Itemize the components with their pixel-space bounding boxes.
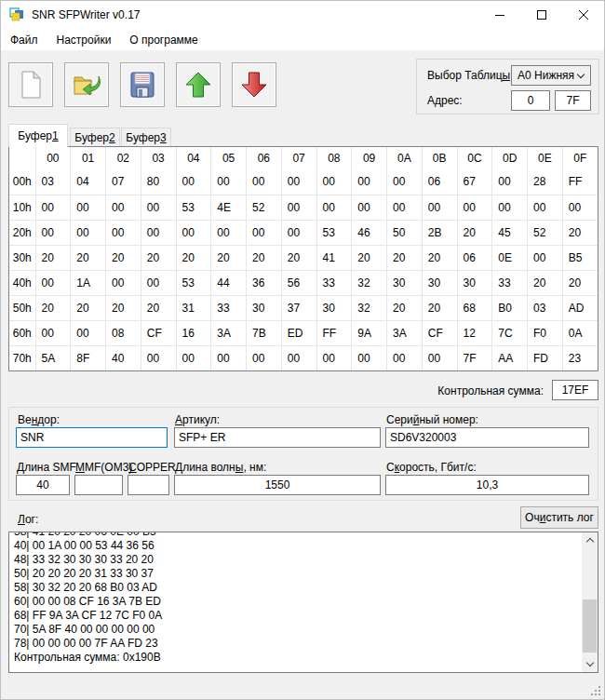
open-file-button[interactable] xyxy=(64,62,109,107)
menu-settings[interactable]: Настройки xyxy=(47,29,121,50)
hex-cell[interactable]: 00 xyxy=(141,220,176,245)
hex-cell[interactable]: 06 xyxy=(457,245,492,270)
hex-cell[interactable]: 08 xyxy=(106,320,141,345)
hex-cell[interactable]: 03 xyxy=(528,295,563,320)
hex-cell[interactable]: 20 xyxy=(141,245,176,270)
hex-cell[interactable]: 20 xyxy=(71,245,106,270)
hex-cell[interactable]: 53 xyxy=(176,270,211,295)
hex-cell[interactable]: CF xyxy=(141,320,176,345)
close-button[interactable] xyxy=(562,1,604,29)
hex-cell[interactable]: 00 xyxy=(211,220,247,245)
hex-cell[interactable]: 1A xyxy=(71,270,106,295)
hex-cell[interactable]: 9A xyxy=(352,320,387,345)
save-file-button[interactable] xyxy=(120,62,165,107)
hex-cell[interactable]: 00 xyxy=(35,220,71,245)
hex-cell[interactable]: 20 xyxy=(71,295,106,320)
hex-cell[interactable]: 06 xyxy=(422,169,457,195)
read-module-button[interactable] xyxy=(232,62,276,107)
hex-cell[interactable]: 00 xyxy=(281,345,316,370)
hex-cell[interactable]: 00 xyxy=(457,195,492,220)
hex-cell[interactable]: 67 xyxy=(457,169,492,195)
hex-cell[interactable]: 00 xyxy=(247,345,282,370)
hex-cell[interactable]: 00 xyxy=(71,220,106,245)
hex-cell[interactable]: 3A xyxy=(211,320,247,345)
vendor-input[interactable] xyxy=(16,427,168,448)
menu-about[interactable]: О программе xyxy=(120,29,207,50)
hex-cell[interactable]: 52 xyxy=(247,195,282,220)
hex-cell[interactable]: 00 xyxy=(387,195,423,220)
hex-cell[interactable]: 00 xyxy=(387,345,423,370)
hex-cell[interactable]: 20 xyxy=(176,245,211,270)
hex-cell[interactable]: 00 xyxy=(35,195,71,220)
hex-cell[interactable]: 00 xyxy=(387,169,423,195)
hex-cell[interactable]: 00 xyxy=(281,220,316,245)
hex-cell[interactable]: AA xyxy=(492,345,528,370)
hex-cell[interactable]: 40 xyxy=(106,345,141,370)
hex-cell[interactable]: 32 xyxy=(352,270,387,295)
hex-cell[interactable]: 00 xyxy=(106,195,141,220)
maximize-button[interactable] xyxy=(520,1,562,29)
hex-cell[interactable]: 16 xyxy=(176,320,211,345)
write-module-button[interactable] xyxy=(176,62,221,107)
hex-cell[interactable]: 00 xyxy=(316,169,352,195)
hex-cell[interactable]: FF xyxy=(316,320,352,345)
clear-log-button[interactable]: Очистить лог xyxy=(520,506,598,529)
new-file-button[interactable] xyxy=(8,62,53,107)
hex-cell[interactable]: 00 xyxy=(35,320,71,345)
hex-cell[interactable]: 07 xyxy=(106,169,141,195)
hex-cell[interactable]: 00 xyxy=(281,195,316,220)
hex-cell[interactable]: 20 xyxy=(35,245,71,270)
hex-cell[interactable]: 00 xyxy=(562,195,598,220)
tab-buffer-1[interactable]: Буфер 1 xyxy=(8,124,68,147)
hex-cell[interactable]: 00 xyxy=(352,345,387,370)
hex-cell[interactable]: 00 xyxy=(247,169,282,195)
hex-cell[interactable]: 53 xyxy=(176,195,211,220)
hex-cell[interactable]: 20 xyxy=(422,295,457,320)
hex-cell[interactable]: 00 xyxy=(211,345,247,370)
hex-cell[interactable]: 20 xyxy=(141,295,176,320)
hex-cell[interactable]: 20 xyxy=(387,245,423,270)
serial-number-input[interactable] xyxy=(385,427,589,448)
hex-cell[interactable]: 00 xyxy=(141,195,176,220)
hex-cell[interactable]: 23 xyxy=(562,345,598,370)
hex-cell[interactable]: ED xyxy=(281,320,316,345)
scrollbar-thumb[interactable] xyxy=(583,599,597,653)
hex-cell[interactable]: 00 xyxy=(352,169,387,195)
hex-cell[interactable]: 00 xyxy=(106,270,141,295)
checksum-field[interactable]: 17EF xyxy=(552,380,598,400)
hex-cell[interactable]: 0E xyxy=(492,245,528,270)
hex-cell[interactable]: 2B xyxy=(422,220,457,245)
hex-cell[interactable]: 20 xyxy=(562,220,598,245)
hex-cell[interactable]: 30 xyxy=(457,270,492,295)
hex-cell[interactable]: 12 xyxy=(457,320,492,345)
log-scrollbar[interactable] xyxy=(582,532,598,672)
hex-cell[interactable]: 20 xyxy=(211,245,247,270)
hex-cell[interactable]: 20 xyxy=(352,245,387,270)
hex-cell[interactable]: 52 xyxy=(528,220,563,245)
hex-cell[interactable]: 30 xyxy=(422,270,457,295)
hex-cell[interactable]: B5 xyxy=(562,245,598,270)
hex-cell[interactable]: CF xyxy=(422,320,457,345)
hex-cell[interactable]: B0 xyxy=(492,295,528,320)
tab-buffer-3[interactable]: Буфер 3 xyxy=(121,128,171,146)
hex-cell[interactable]: 00 xyxy=(422,345,457,370)
hex-cell[interactable]: 28 xyxy=(528,169,563,195)
hex-cell[interactable]: 00 xyxy=(176,220,211,245)
hex-cell[interactable]: 04 xyxy=(71,169,106,195)
hex-cell[interactable]: 20 xyxy=(281,245,316,270)
hex-cell[interactable]: 20 xyxy=(562,270,598,295)
hex-cell[interactable]: 33 xyxy=(492,270,528,295)
scrollbar-down-button[interactable] xyxy=(582,656,598,672)
part-number-input[interactable] xyxy=(174,427,381,448)
hex-cell[interactable]: 7B xyxy=(247,320,282,345)
hex-cell[interactable]: 00 xyxy=(211,169,247,195)
hex-cell[interactable]: 32 xyxy=(352,295,387,320)
hex-cell[interactable]: 00 xyxy=(492,195,528,220)
hex-cell[interactable]: 00 xyxy=(422,195,457,220)
hex-cell[interactable]: 20 xyxy=(35,295,71,320)
hex-cell[interactable]: 53 xyxy=(316,220,352,245)
hex-cell[interactable]: 00 xyxy=(492,169,528,195)
hex-cell[interactable]: 5A xyxy=(35,345,71,370)
mmf-length-input[interactable] xyxy=(74,475,123,495)
hex-cell[interactable]: 00 xyxy=(176,169,211,195)
